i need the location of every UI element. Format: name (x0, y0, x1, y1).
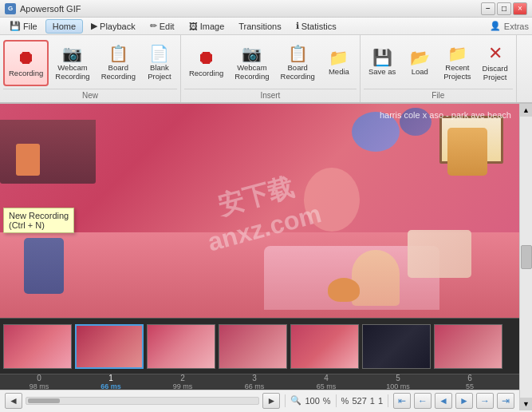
webcam-recording-button[interactable]: 📷 WebcamRecording (50, 40, 94, 86)
separator-1 (285, 394, 286, 407)
close-button[interactable]: × (513, 2, 527, 15)
film-frame-0[interactable] (3, 324, 72, 369)
nav-prev-fast-button[interactable]: ← (414, 393, 432, 409)
recent-icon: 📁 (447, 46, 467, 61)
frame-count: 527 (352, 396, 366, 406)
film-frame-2[interactable] (147, 324, 215, 369)
scroll-thumb[interactable] (521, 245, 532, 269)
user-icon: 👤 (490, 21, 501, 31)
menu-bar: 💾 File Home ▶ Playback ✏ Edit 🖼 Image Tr… (0, 18, 532, 35)
timeline-ms-0: 98 ms (30, 382, 49, 390)
timeline-num-6: 6 (467, 374, 472, 382)
recording-insert-button[interactable]: ⏺ Recording (184, 40, 228, 86)
menu-edit[interactable]: ✏ Edit (144, 19, 181, 34)
timeline-num-4: 4 (324, 374, 329, 382)
app-title: Apowersoft GIF (20, 4, 81, 14)
load-icon: 📂 (410, 50, 430, 65)
window-controls: − □ × (481, 2, 527, 15)
recording-new-button[interactable]: ⏺ Recording (3, 40, 49, 86)
discard-project-button[interactable]: ✕ DiscardProject (478, 40, 513, 86)
board-icon: 📋 (108, 46, 128, 61)
file-group-label: File (364, 89, 513, 102)
recording-new-label: Recording (9, 69, 43, 77)
film-frame-3[interactable] (219, 324, 287, 369)
menu-file[interactable]: 💾 File (3, 19, 44, 34)
maximize-button[interactable]: □ (497, 2, 511, 15)
title-bar: G Apowersoft GIF − □ × (0, 0, 532, 18)
timeline-ms-1: 66 ms (100, 382, 121, 390)
menu-image-label: Image (200, 22, 225, 31)
nav-next-button[interactable]: ► (455, 393, 473, 409)
tooltip-new-recording: New Recording (Ctrl + N) (3, 208, 74, 233)
horizontal-scrollbar[interactable] (26, 397, 259, 405)
frame-percent-symbol: % (341, 396, 349, 406)
timeline-ms-3: 66 ms (245, 382, 265, 390)
ribbon-group-new: ⏺ Recording 📷 WebcamRecording 📋 BoardRec… (0, 35, 181, 102)
zoom-percent: % (323, 396, 331, 406)
ribbon-group-insert: ⏺ Recording 📷 WebcamRecording 📋 BoardRec… (181, 35, 361, 102)
menu-transitions-label: Transitions (238, 22, 281, 31)
zoom-icon: 🔍 (290, 395, 301, 406)
board-insert-button[interactable]: 📋 BoardRecording (276, 40, 320, 86)
media-label: Media (329, 67, 349, 76)
timeline-6: 6 55 (434, 374, 506, 390)
stats-icon: ℹ (296, 21, 299, 31)
ribbon-group-file: 💾 Save as 📂 Load 📁 RecentProjects ✕ Disc… (361, 35, 517, 102)
file-icon: 💾 (10, 21, 21, 31)
scroll-down-arrow[interactable]: ▼ (520, 398, 533, 410)
film-frame-1[interactable] (75, 324, 144, 369)
load-button[interactable]: 📂 Load (402, 40, 437, 86)
app-icon: G (5, 3, 16, 14)
nav-next-fast-button[interactable]: → (476, 393, 494, 409)
save-icon: 💾 (372, 50, 392, 65)
timeline-num-2: 2 (180, 374, 185, 382)
minimize-button[interactable]: − (481, 2, 495, 15)
scroll-left-button[interactable]: ◄ (5, 393, 22, 409)
vertical-scrollbar[interactable]: ▲ ▼ (519, 104, 532, 410)
blank-project-button[interactable]: 📄 BlankProject (142, 40, 177, 86)
timeline-num-5: 5 (396, 374, 400, 382)
load-label: Load (412, 67, 428, 76)
timeline-1: 1 66 ms (75, 374, 147, 390)
extras-label: Extras (504, 22, 529, 31)
nav-last-button[interactable]: ⇥ (497, 393, 514, 409)
image-icon: 🖼 (189, 22, 198, 31)
film-frame-4[interactable] (290, 324, 359, 369)
nav-first-button[interactable]: ⇤ (393, 393, 411, 409)
menu-playback[interactable]: ▶ Playback (85, 19, 142, 34)
record-insert-icon: ⏺ (197, 48, 216, 67)
webcam-insert-button[interactable]: 📷 WebcamRecording (230, 40, 274, 86)
timeline-ms-5: 100 ms (386, 382, 410, 390)
timeline-2: 2 99 ms (147, 374, 219, 390)
webcam-recording-label: WebcamRecording (55, 63, 89, 81)
film-frame-5[interactable] (362, 324, 431, 369)
recent-projects-button[interactable]: 📁 RecentProjects (439, 40, 475, 86)
frame-total: 1 (378, 396, 383, 406)
menu-home[interactable]: Home (45, 19, 83, 34)
menu-image[interactable]: 🖼 Image (183, 19, 231, 34)
timeline-num-3: 3 (252, 374, 257, 382)
ribbon: ⏺ Recording 📷 WebcamRecording 📋 BoardRec… (0, 35, 532, 104)
menu-transitions[interactable]: Transitions (232, 19, 287, 34)
timeline-ms-6: 55 (466, 382, 474, 390)
board-recording-button[interactable]: 📋 BoardRecording (97, 40, 140, 86)
timeline-num-0: 0 (37, 374, 41, 382)
board-recording-label: BoardRecording (101, 63, 136, 81)
new-group-label: New (3, 89, 177, 102)
recording-insert-label: Recording (189, 69, 223, 77)
board-insert-icon: 📋 (288, 46, 308, 61)
media-button[interactable]: 📁 Media (321, 40, 357, 86)
menu-statistics[interactable]: ℹ Statistics (290, 19, 343, 34)
tooltip-shortcut: (Ctrl + N) (9, 220, 69, 230)
frame-pos: 1 (370, 396, 375, 406)
scroll-up-arrow[interactable]: ▲ (520, 104, 533, 117)
media-icon: 📁 (329, 50, 349, 65)
insert-group-label: Insert (184, 89, 357, 102)
scroll-right-button[interactable]: ► (262, 393, 280, 409)
save-as-button[interactable]: 💾 Save as (364, 40, 400, 86)
main-content: 安下载 anxz.com harris cole x aso - park av… (0, 104, 519, 410)
nav-prev-button[interactable]: ◄ (435, 393, 452, 409)
playback-icon: ▶ (91, 21, 97, 31)
film-frame-6[interactable] (434, 324, 502, 369)
bottom-toolbar: ◄ ► 🔍 100 % % 527 1 1 ⇤ ← ◄ ► → ⇥ (0, 390, 519, 410)
